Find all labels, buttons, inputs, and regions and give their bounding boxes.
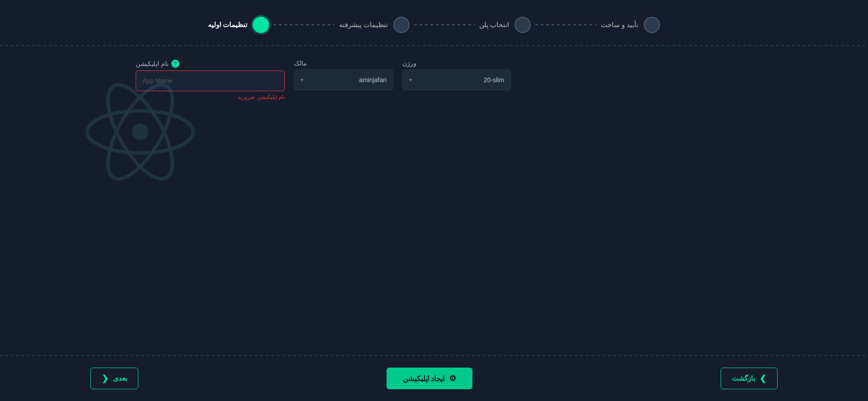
owner-dropdown[interactable]: ▾ aminjafari	[294, 70, 393, 90]
chevron-right-icon: ❯	[760, 373, 766, 383]
step-circle-initial	[253, 17, 269, 33]
owner-label: مالک	[294, 60, 393, 67]
connector-1	[274, 24, 334, 25]
step-circle-confirm	[644, 17, 660, 33]
step-circle-plan	[514, 17, 531, 33]
step-label-plan: انتخاب پلن	[479, 21, 509, 29]
step-plan[interactable]: انتخاب پلن	[479, 17, 531, 33]
main-content: ورژن ▾ 20-slim مالک ▾ aminjafari	[0, 46, 868, 355]
form-row: ورژن ▾ 20-slim مالک ▾ aminjafari	[136, 60, 732, 100]
step-label-initial: تنظیمات اولیه	[208, 21, 247, 29]
step-confirm[interactable]: تأیید و ساخت	[601, 17, 660, 33]
dropdown-arrow-version: ▾	[409, 77, 412, 83]
page-wrapper: تنظیمات اولیه تنظیمات پیشرفته انتخاب پلن…	[0, 0, 868, 401]
next-button[interactable]: بعدی ❮	[90, 368, 138, 389]
connector-2	[414, 24, 475, 25]
version-label: ورژن	[402, 60, 511, 67]
step-circle-advanced	[393, 17, 410, 33]
back-button[interactable]: ❯ بازگشت	[721, 368, 778, 389]
version-field-group: ورژن ▾ 20-slim	[402, 60, 511, 90]
step-label-confirm: تأیید و ساخت	[601, 21, 638, 29]
help-icon[interactable]: ?	[171, 60, 179, 68]
step-advanced[interactable]: تنظیمات پیشرفته	[339, 17, 410, 33]
owner-field-group: مالک ▾ aminjafari	[294, 60, 393, 90]
stepper-inner: تنظیمات اولیه تنظیمات پیشرفته انتخاب پلن…	[208, 17, 660, 33]
stepper-bar: تنظیمات اولیه تنظیمات پیشرفته انتخاب پلن…	[0, 5, 868, 45]
step-initial[interactable]: تنظیمات اولیه	[208, 17, 269, 33]
dropdown-arrow-owner: ▾	[301, 77, 303, 83]
step-label-advanced: تنظیمات پیشرفته	[339, 21, 388, 29]
version-value: 20-slim	[484, 76, 504, 84]
app-name-label: ? نام اپلیکیشن	[136, 60, 285, 68]
bottom-bar: ❯ بازگشت ⚙ ایجاد اپلیکیشن بعدی ❮	[0, 356, 868, 401]
connector-3	[535, 24, 596, 25]
owner-value: aminjafari	[359, 76, 387, 84]
svg-point-3	[132, 124, 148, 140]
version-dropdown[interactable]: ▾ 20-slim	[402, 70, 511, 90]
create-app-button[interactable]: ⚙ ایجاد اپلیکیشن	[387, 368, 472, 389]
gear-icon: ⚙	[449, 373, 456, 383]
chevron-left-icon: ❮	[102, 373, 108, 383]
react-logo-watermark	[81, 73, 199, 191]
